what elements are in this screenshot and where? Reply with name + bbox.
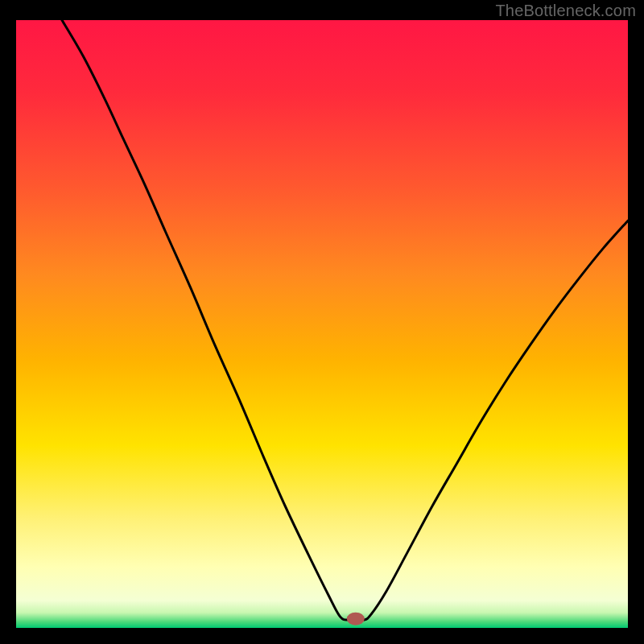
chart-container: { "watermark": "TheBottleneck.com", "plo… <box>0 0 644 644</box>
plot-background <box>16 20 628 628</box>
optimal-point-marker <box>347 613 365 625</box>
bottleneck-chart <box>0 0 644 644</box>
watermark-text: TheBottleneck.com <box>495 2 636 20</box>
